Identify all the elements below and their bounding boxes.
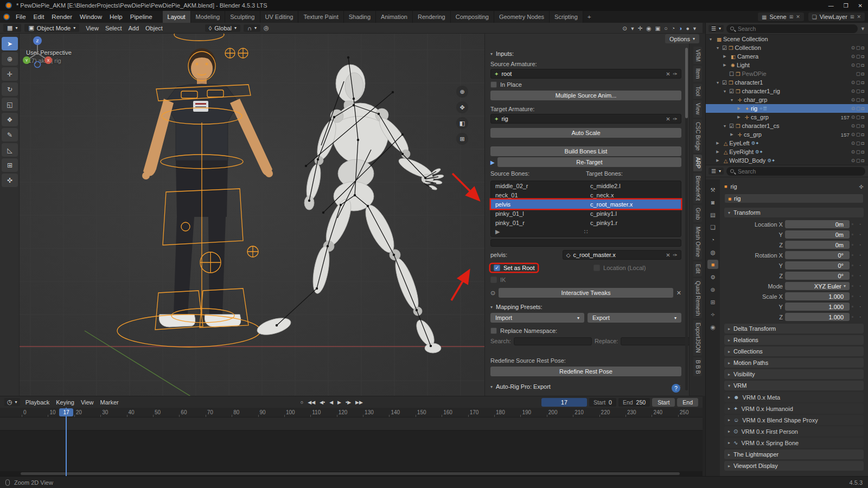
rotate-tool[interactable]: ↻ — [2, 82, 18, 96]
location-local-checkbox[interactable]: Location (Local) — [593, 264, 681, 272]
camera-view-icon[interactable]: ◧ — [456, 117, 468, 129]
retarget-button[interactable]: Re-Target — [497, 157, 681, 167]
clear-icon[interactable]: ✕ — [666, 252, 670, 258]
collection-checkbox[interactable]: ☐ — [729, 71, 734, 77]
play-reverse-button[interactable]: ◀ — [329, 400, 333, 405]
workspace-tab[interactable]: Animation — [376, 11, 413, 23]
interactive-tweaks-button[interactable]: Interactive Tweaks — [499, 288, 673, 298]
animate-dot-icon[interactable]: · — [859, 314, 864, 320]
visibility-toggle-icons[interactable]: ⊙▢◘ — [851, 97, 865, 102]
animate-dot-icon[interactable]: · — [859, 242, 864, 248]
collection-checkbox[interactable]: ☑ — [722, 45, 727, 51]
animate-dot-icon[interactable]: · — [859, 221, 864, 227]
lock-icon[interactable]: ▫ — [852, 284, 857, 288]
in-place-checkbox[interactable]: In Place — [490, 81, 681, 88]
value-field[interactable]: 0m — [785, 230, 850, 239]
workspace-tab[interactable]: Modeling — [191, 11, 226, 23]
clear-icon[interactable]: ✕ — [666, 71, 670, 77]
menu-item[interactable]: Window — [76, 12, 106, 21]
eyedropper-icon[interactable]: ✑ — [673, 71, 678, 77]
visibility-toggle-icons[interactable]: ⊙▢◘ — [851, 88, 865, 94]
shading-wireframe-icon[interactable]: ○ — [664, 25, 667, 31]
namespace-search-input[interactable] — [514, 337, 592, 345]
value-field[interactable]: 1.000 — [785, 303, 850, 311]
ik-checkbox[interactable]: IK — [490, 276, 681, 284]
visibility-toggle-icons[interactable]: ⊙▢◘ — [851, 54, 865, 59]
properties-tab-material[interactable]: ◉ — [707, 322, 718, 331]
show-overlays-icon[interactable]: ◉ — [646, 25, 651, 31]
expand-arrow-icon[interactable]: ▶ — [715, 141, 720, 145]
timeline-ruler[interactable]: 0102030405060708090100110120130140150160… — [0, 408, 703, 418]
properties-tab-constraints[interactable]: ⊞ — [707, 297, 718, 306]
side-tab[interactable]: B B B — [693, 357, 702, 377]
transform-tool[interactable]: ❖ — [2, 113, 18, 126]
multiple-source-anim-button[interactable]: Multiple Source Anim... — [490, 91, 681, 100]
target-armature-field[interactable]: ✦ rig ✕ ✑ — [490, 114, 681, 124]
mode-selector[interactable]: ▣ Object Mode ▾ — [24, 24, 79, 32]
close-icon[interactable]: ✕ — [676, 290, 681, 297]
bone-filter-field[interactable] — [490, 239, 681, 247]
animate-dot-icon[interactable]: · — [859, 304, 864, 310]
build-bones-list-button[interactable]: Build Bones List — [490, 146, 681, 156]
blender-menu-icon[interactable] — [3, 14, 10, 20]
expand-arrow-icon[interactable]: ▼ — [708, 37, 713, 41]
side-tab[interactable]: View — [693, 100, 702, 118]
properties-search[interactable] — [726, 167, 865, 176]
inputs-section-header[interactable]: ▾ Inputs: — [490, 50, 681, 57]
visibility-toggle-icons[interactable]: ⊙▢◘ — [851, 106, 865, 111]
checkbox[interactable] — [490, 81, 497, 88]
lock-icon[interactable]: ▫ — [852, 263, 857, 268]
outliner-row[interactable]: ▼☑❒character1_cs⊙▢◘ — [706, 121, 868, 130]
outliner-editor-selector[interactable]: ☰ ▾ — [709, 25, 724, 32]
transform-panel-header[interactable]: ▾ Transform — [724, 208, 864, 217]
workspace-tab[interactable]: Compositing — [451, 11, 494, 23]
outliner-row[interactable]: ▶✦rig✧☰⊙▢◘ — [706, 104, 868, 113]
side-tab[interactable]: Grab — [693, 205, 702, 222]
proportional-editing-icon[interactable]: ◎ — [264, 24, 269, 31]
visibility-toggle-icons[interactable]: ⊙▢◘ — [851, 132, 865, 137]
auto-scale-button[interactable]: Auto Scale — [490, 128, 681, 138]
expand-arrow-icon[interactable]: ▼ — [722, 89, 727, 93]
viewport-canvas[interactable] — [20, 34, 484, 396]
outliner-row[interactable]: ▼☑❒character1_rig⊙▢◘ — [706, 87, 868, 95]
auto-keying-toggle[interactable]: ○ — [301, 400, 303, 405]
expand-arrow-icon[interactable]: ▶ — [722, 54, 727, 59]
lock-icon[interactable]: ▫ — [852, 314, 857, 319]
close-button[interactable]: ✕ — [858, 3, 863, 9]
expand-arrow-icon[interactable]: ▼ — [729, 98, 735, 102]
expand-arrow-icon[interactable]: ▶ — [722, 63, 727, 67]
vrm-subpanel[interactable]: ▸⊙VRM 0.x First Person — [724, 426, 864, 436]
outliner-row[interactable]: ☐❒PewDPie▢◘ — [706, 69, 868, 78]
panel-header[interactable]: ▸Viewport Display — [724, 461, 864, 471]
collection-checkbox[interactable]: ☑ — [729, 123, 734, 129]
add-cube-tool[interactable]: ⊞ — [2, 158, 18, 172]
panel-header[interactable]: ▸Collections — [724, 346, 864, 356]
options-dropdown[interactable]: Options ▾ — [665, 34, 699, 43]
properties-tab-tool[interactable]: ⚒ — [707, 185, 718, 194]
workspace-tab[interactable]: Shading — [344, 11, 376, 23]
lock-icon[interactable]: ▫ — [852, 294, 857, 299]
visibility-dropdown-icon[interactable]: ▾ — [631, 25, 634, 31]
grip-icon[interactable]: ∷ — [584, 228, 588, 235]
timeline-menu-item[interactable]: View — [78, 399, 97, 406]
outliner-row[interactable]: ▶△EyeLeft⚙✦⊙▢◘ — [706, 139, 868, 147]
pin-icon[interactable]: ✜ — [859, 184, 864, 190]
unlink-scene-button[interactable]: ✕ — [796, 14, 800, 20]
viewport-3d[interactable]: User Perspective (17) akm | rig Z Y X ⊕✥… — [20, 34, 484, 396]
redefine-rest-pose-button[interactable]: Redefine Rest Pose — [490, 367, 681, 376]
timeline-scrollbar[interactable] — [0, 471, 703, 476]
vrm-subpanel[interactable]: ▸☺VRM 0.x Blend Shape Proxy — [724, 415, 864, 425]
object-type-visibility-icon[interactable]: ⊙ — [622, 25, 627, 31]
side-tab[interactable]: Edit — [693, 261, 702, 276]
viewport-menu-item[interactable]: Object — [142, 24, 166, 32]
timeline-menu-item[interactable]: Marker — [97, 399, 122, 406]
workspace-tab[interactable]: UV Editing — [260, 11, 299, 23]
ortho-toggle-icon[interactable]: ⊞ — [456, 133, 468, 145]
value-field[interactable]: 1.000 — [785, 313, 850, 321]
eyedropper-icon[interactable]: ✑ — [673, 252, 678, 258]
toggle-xray-icon[interactable]: ▣ — [655, 25, 660, 31]
workspace-tab[interactable]: Geometry Nodes — [494, 11, 550, 23]
workspace-tab[interactable]: Rendering — [413, 11, 451, 23]
menu-item[interactable]: Help — [106, 12, 126, 21]
outliner-row[interactable]: ▶△EyeRight⚙✦⊙▢◘ — [706, 147, 868, 156]
